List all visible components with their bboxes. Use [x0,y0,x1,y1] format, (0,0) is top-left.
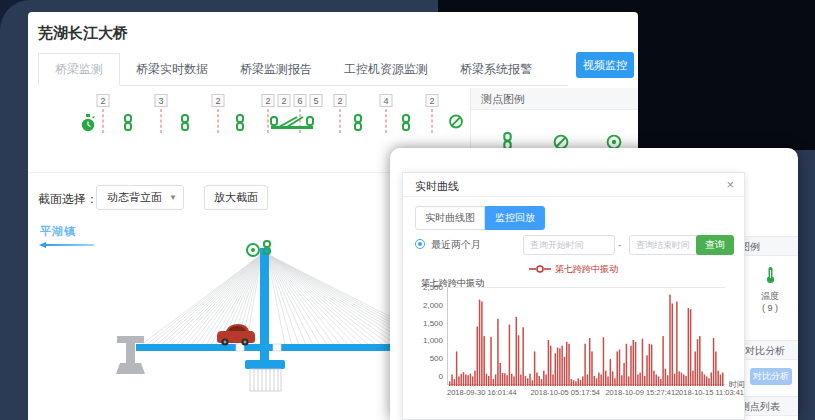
query-button[interactable]: 查询 [696,235,734,255]
sensor-marker-line [218,109,219,133]
sensor-marker-line [161,109,162,133]
chain-link-icon[interactable] [400,114,412,135]
legend-panel-title: 测点图例 [471,88,638,110]
tab-realtime-data[interactable]: 桥梁实时数据 [120,54,224,85]
sensor-count-badge[interactable]: 4 [380,94,393,107]
chevron-down-icon: ▼ [169,193,177,202]
inspection-vehicle-icon[interactable] [269,114,315,136]
enlarge-section-button[interactable]: 放大截面 [204,185,268,210]
anemometer-icon [247,244,259,256]
bridge-pier [116,336,145,374]
tab-realtime-curve[interactable]: 实时曲线图 [415,206,485,230]
sensor-count-badge[interactable]: 2 [278,94,291,107]
tab-monitor-playback[interactable]: 监控回放 [485,206,545,230]
legend-label: 第七跨跨中振动 [555,264,618,274]
tab-system-alarm[interactable]: 桥梁系统报警 [444,54,548,85]
temperature-count: ( 9 ) [752,303,788,313]
realtime-curve-modal: 实时曲线 × 实时曲线图 监控回放 最近两个月 - 查询 第七跨跨中振动 第七跨… [402,172,745,420]
query-row: 最近两个月 - 查询 [415,235,734,255]
sensor-marker-line [386,109,387,133]
sensor-count-badge[interactable]: 2 [262,94,275,107]
y-axis-labels: 2,5002,0001,5001,0005000 [403,287,443,385]
video-monitor-button[interactable]: 视频监控 [576,52,634,78]
section-select-label: 截面选择： [38,191,98,208]
chain-link-icon[interactable] [122,114,134,135]
bridge-tower [260,248,269,362]
bridge-foundation [250,369,281,391]
legend-marker-icon [529,265,551,275]
modal-tabs: 实时曲线图 监控回放 [415,206,545,230]
place-label: 平湖镇 [40,224,76,239]
tab-bridge-monitor[interactable]: 桥梁监测 [38,53,120,86]
section-select-value: 动态背立面 [107,190,162,205]
chart-legend[interactable]: 第七跨跨中振动 [403,263,744,276]
chain-link-icon[interactable] [179,114,191,135]
sensor-count-badge[interactable]: 2 [426,94,439,107]
recent-two-months-label: 最近两个月 [431,238,481,252]
modal-header: 实时曲线 × [403,173,744,197]
main-tabs: 桥梁监测 桥梁实时数据 桥梁监测报告 工控机资源监测 桥梁系统报警 [38,56,568,86]
chart-plot-area [447,287,725,385]
compare-analysis-button[interactable]: 对比分析 [750,368,792,385]
sensor-count-badge[interactable]: 2 [334,94,347,107]
analysis-window: 测点图例 温度 ( 9 ) 对比分析 对比分析 绘图测点列表 实时曲线 × 实时… [390,148,798,420]
page-title: 芜湖长江大桥 [38,24,128,43]
close-icon[interactable]: × [726,177,734,192]
sensor-count-badge[interactable]: 6 [294,94,307,107]
temperature-label: 温度 [752,290,788,303]
chain-link-icon[interactable] [234,114,246,135]
sensor-count-badge[interactable]: 2 [212,94,225,107]
chain-link-icon[interactable] [352,114,364,135]
stopwatch-icon[interactable] [80,114,96,137]
sensor-marker-line [432,109,433,133]
range-separator: - [618,239,621,250]
x-axis-name: 时间 [729,379,745,390]
tab-ipc-resource[interactable]: 工控机资源监测 [328,54,444,85]
temperature-legend-item[interactable]: 温度 ( 9 ) [752,266,788,313]
sensor-marker-line [103,109,104,133]
x-axis-labels: 2018-09-30 16:01:442018-10-05 05:17:5420… [447,388,725,398]
no-sensor-icon[interactable] [449,114,464,133]
sensor-count-badge[interactable]: 3 [155,94,168,107]
sensor-marker-line [340,109,341,133]
sensor-count-badge[interactable]: 2 [97,94,110,107]
thermometer-icon [765,266,776,284]
recent-two-months-radio[interactable] [415,239,425,249]
section-select-dropdown[interactable]: 动态背立面 ▼ [96,185,184,210]
tab-monitor-report[interactable]: 桥梁监测报告 [224,54,328,85]
vibration-chart: 2,5002,0001,5001,0005000 2018-09-30 16:0… [403,287,746,407]
modal-title: 实时曲线 [415,179,459,194]
query-start-time-input[interactable] [523,235,615,255]
sensor-count-badge[interactable]: 5 [310,94,323,107]
